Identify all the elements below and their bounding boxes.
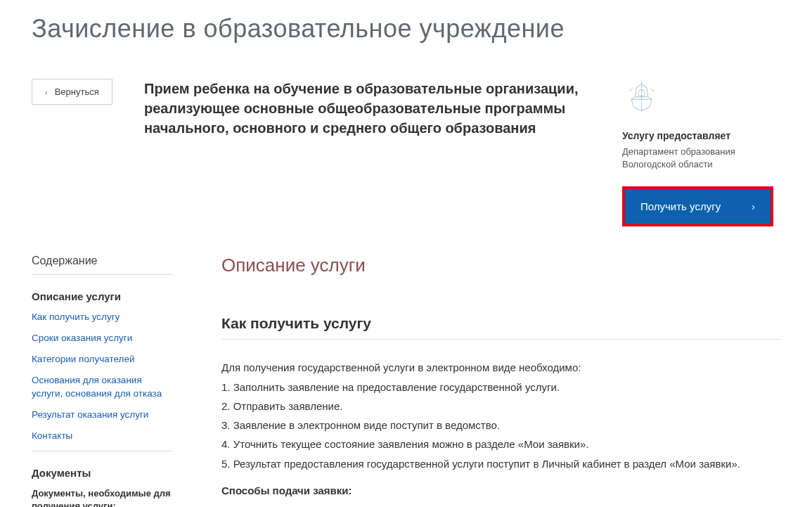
submit-methods-heading: Способы подачи заявки: — [221, 484, 780, 496]
toc-link-categories[interactable]: Категории получателей — [32, 353, 172, 366]
page-title: Зачисление в образовательное учреждение — [32, 14, 780, 44]
toc-heading-description: Описание услуги — [32, 290, 172, 302]
get-service-label: Получить услугу — [640, 200, 721, 212]
provider-label: Услугу предоставляет — [622, 130, 780, 141]
chevron-left-icon: ‹ — [45, 88, 48, 96]
chevron-right-icon: › — [752, 201, 755, 212]
toc-title: Содержание — [32, 255, 172, 267]
divider — [32, 274, 172, 275]
toc-link-timing[interactable]: Сроки оказания услуги — [32, 332, 172, 345]
toc-link-grounds[interactable]: Основания для оказания услуги, основания… — [32, 374, 172, 401]
toc-heading-documents: Документы — [32, 467, 172, 479]
back-button-label: Вернуться — [55, 86, 99, 97]
divider — [221, 339, 780, 340]
intro-text: Для получения государственной услуги в э… — [221, 359, 780, 376]
step-text: 3. Заявление в электронном виде поступит… — [221, 417, 780, 433]
service-subtitle: Прием ребенка на обучение в образователь… — [144, 79, 580, 138]
toc-link-contacts[interactable]: Контакты — [32, 430, 172, 443]
step-text: 2. Отправить заявление. — [221, 398, 780, 414]
toc-link-how-to-get[interactable]: Как получить услугу — [32, 311, 172, 324]
step-text: 5. Результат предоставления государствен… — [221, 456, 780, 472]
toc-link-result[interactable]: Результат оказания услуги — [32, 409, 172, 422]
back-button[interactable]: ‹ Вернуться — [32, 79, 112, 105]
toc-subtext-documents: Документы, необходимые для получения усл… — [32, 487, 172, 507]
service-description-title: Описание услуги — [221, 255, 780, 276]
step-text: 1. Заполнить заявление на предоставление… — [221, 379, 780, 395]
get-service-button[interactable]: Получить услугу › — [622, 186, 773, 226]
provider-name: Департамент образования Вологодской обла… — [622, 146, 780, 171]
divider — [32, 451, 172, 451]
step-text: 4. Уточнить текущее состояние заявления … — [221, 436, 780, 452]
emblem-icon — [622, 79, 661, 117]
section-heading-how-to-get: Как получить услугу — [221, 315, 780, 332]
